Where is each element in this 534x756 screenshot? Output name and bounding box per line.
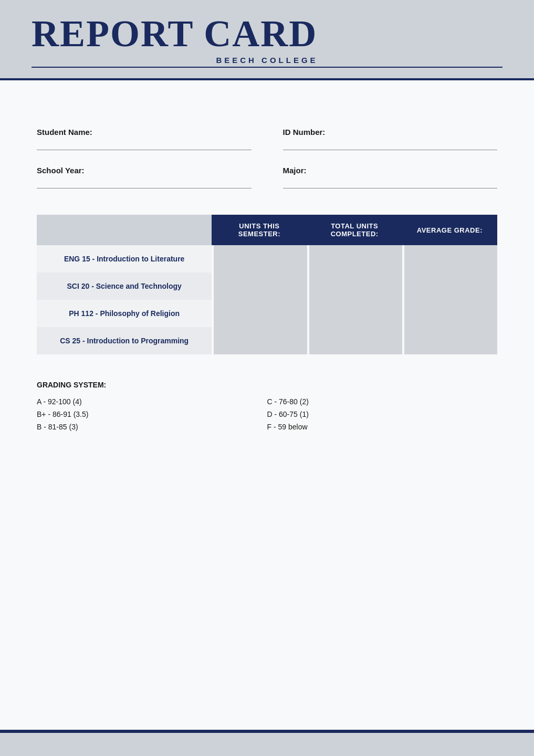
course-name-cell: ENG 15 - Introduction to Literature: [37, 245, 212, 272]
major-field: Major:: [283, 166, 498, 188]
grade-item: B+ - 86-91 (3.5): [37, 410, 267, 418]
units-semester-cell: [212, 327, 307, 354]
col-header-avg-grade: AVERAGE GRADE:: [402, 215, 497, 245]
grade-item: B - 81-85 (3): [37, 423, 267, 431]
grading-left: A - 92-100 (4)B+ - 86-91 (3.5)B - 81-85 …: [37, 397, 267, 431]
course-name-cell: SCI 20 - Science and Technology: [37, 272, 212, 300]
grades-table: UNITS THIS SEMESTER: TOTAL UNITS COMPLET…: [37, 215, 497, 354]
main-content: Student Name: ID Number: School Year: Ma…: [0, 80, 534, 730]
school-year-label: School Year:: [37, 166, 252, 175]
student-name-label: Student Name:: [37, 128, 252, 136]
header: REPORT CARD BEECH COLLEGE: [0, 0, 534, 80]
report-card-page: REPORT CARD BEECH COLLEGE Student Name: …: [0, 0, 534, 756]
total-units-cell: [307, 245, 402, 272]
grading-title: GRADING SYSTEM:: [37, 381, 497, 389]
col-header-units-semester: UNITS THIS SEMESTER:: [212, 215, 307, 245]
school-year-line: [37, 177, 252, 188]
student-info-section: Student Name: ID Number: School Year: Ma…: [37, 128, 497, 188]
total-units-cell: [307, 327, 402, 354]
grading-section: GRADING SYSTEM: A - 92-100 (4)B+ - 86-91…: [37, 381, 497, 431]
id-number-label: ID Number:: [283, 128, 498, 136]
avg-grade-cell: [402, 327, 497, 354]
college-name: BEECH COLLEGE: [32, 56, 502, 65]
units-semester-cell: [212, 245, 307, 272]
school-year-field: School Year:: [37, 166, 252, 188]
student-name-line: [37, 139, 252, 150]
table-header-row: UNITS THIS SEMESTER: TOTAL UNITS COMPLET…: [37, 215, 497, 245]
grading-grid: A - 92-100 (4)B+ - 86-91 (3.5)B - 81-85 …: [37, 397, 497, 431]
table-row: ENG 15 - Introduction to Literature: [37, 245, 497, 272]
grading-right: C - 76-80 (2)D - 60-75 (1)F - 59 below: [267, 397, 498, 431]
col-header-total-units: TOTAL UNITS COMPLETED:: [307, 215, 402, 245]
units-semester-cell: [212, 272, 307, 300]
avg-grade-cell: [402, 272, 497, 300]
course-name-cell: PH 112 - Philosophy of Religion: [37, 300, 212, 327]
major-label: Major:: [283, 166, 498, 175]
course-name-cell: CS 25 - Introduction to Programming: [37, 327, 212, 354]
grade-item: D - 60-75 (1): [267, 410, 498, 418]
col-header-course: [37, 215, 212, 245]
total-units-cell: [307, 300, 402, 327]
table-row: PH 112 - Philosophy of Religion: [37, 300, 497, 327]
major-line: [283, 177, 498, 188]
grade-item: A - 92-100 (4): [37, 397, 267, 406]
avg-grade-cell: [402, 300, 497, 327]
table-row: CS 25 - Introduction to Programming: [37, 327, 497, 354]
student-name-field: Student Name:: [37, 128, 252, 150]
footer: [0, 730, 534, 756]
grade-item: F - 59 below: [267, 423, 498, 431]
table-row: SCI 20 - Science and Technology: [37, 272, 497, 300]
id-number-line: [283, 139, 498, 150]
grade-item: C - 76-80 (2): [267, 397, 498, 406]
page-title: REPORT CARD: [32, 15, 502, 52]
id-number-field: ID Number:: [283, 128, 498, 150]
avg-grade-cell: [402, 245, 497, 272]
total-units-cell: [307, 272, 402, 300]
units-semester-cell: [212, 300, 307, 327]
